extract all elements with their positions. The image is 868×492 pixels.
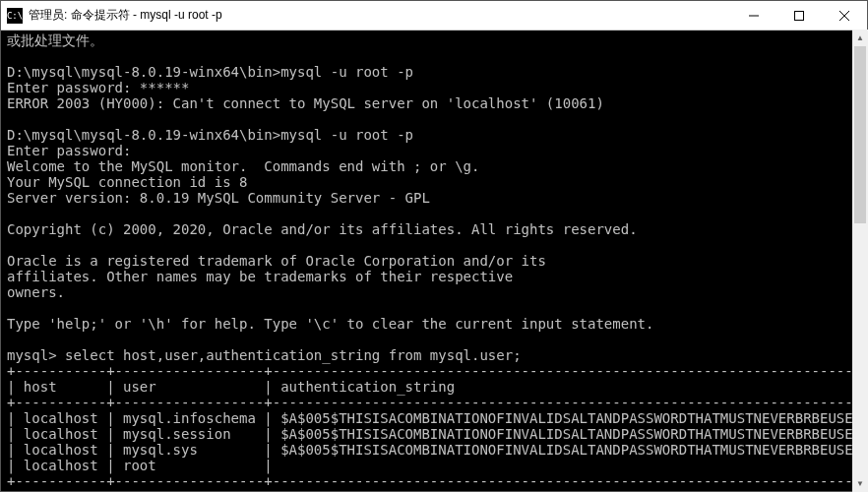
output-line: Your MySQL connection id is 8: [7, 174, 247, 190]
title-left: C:\ 管理员: 命令提示符 - mysql -u root -p: [1, 7, 222, 24]
table-header: | host | user | authentication_string |: [7, 379, 867, 395]
output-line: Welcome to the MySQL monitor. Commands e…: [7, 158, 479, 174]
table-row: | localhost | mysql.sys | $A$005$THISISA…: [7, 442, 867, 458]
table-border: +-----------+------------------+--------…: [7, 395, 867, 410]
output-line: mysql> select host,user,authentication_s…: [7, 347, 522, 363]
output-line: D:\mysql\mysql-8.0.19-winx64\bin>mysql -…: [7, 127, 413, 143]
output-line: ERROR 2003 (HY000): Can't connect to MyS…: [7, 95, 604, 111]
output-line: Server version: 8.0.19 MySQL Community S…: [7, 190, 430, 206]
output-line: affiliates. Other names may be trademark…: [7, 269, 513, 284]
cmd-icon: C:\: [7, 8, 23, 24]
output-line: Type 'help;' or '\h' for help. Type '\c'…: [7, 316, 653, 332]
table-row: | localhost | root | |: [7, 458, 867, 473]
output-line: Copyright (c) 2000, 2020, Oracle and/or …: [7, 221, 638, 237]
scroll-up-arrow-icon[interactable]: ▲: [852, 30, 868, 46]
minimize-button[interactable]: [731, 1, 776, 30]
scrollbar[interactable]: ▲ ▼: [852, 30, 868, 492]
close-button[interactable]: [822, 1, 867, 30]
output-line: owners.: [7, 284, 65, 300]
maximize-button[interactable]: [776, 1, 822, 30]
output-line: Enter password: ******: [7, 80, 189, 95]
titlebar[interactable]: C:\ 管理员: 命令提示符 - mysql -u root -p: [1, 1, 867, 31]
table-border: +-----------+------------------+--------…: [7, 473, 867, 489]
terminal-area[interactable]: 或批处理文件。 D:\mysql\mysql-8.0.19-winx64\bin…: [1, 31, 867, 491]
svg-rect-1: [795, 11, 804, 20]
output-line: D:\mysql\mysql-8.0.19-winx64\bin>mysql -…: [7, 64, 413, 80]
output-line: Oracle is a registered trademark of Orac…: [7, 253, 546, 269]
scroll-thumb[interactable]: [854, 46, 866, 223]
table-row: | localhost | mysql.infoschema | $A$005$…: [7, 410, 867, 426]
table-row: | localhost | mysql.session | $A$005$THI…: [7, 426, 867, 442]
scroll-track[interactable]: [852, 46, 868, 475]
window-controls: [731, 1, 867, 30]
output-line: Enter password:: [7, 143, 131, 158]
scroll-down-arrow-icon[interactable]: ▼: [852, 475, 868, 492]
output-line: 4 rows in set (0.04 sec): [7, 489, 206, 491]
window-title: 管理员: 命令提示符 - mysql -u root -p: [29, 7, 222, 24]
output-line: 或批处理文件。: [7, 32, 103, 48]
table-border: +-----------+------------------+--------…: [7, 363, 867, 379]
